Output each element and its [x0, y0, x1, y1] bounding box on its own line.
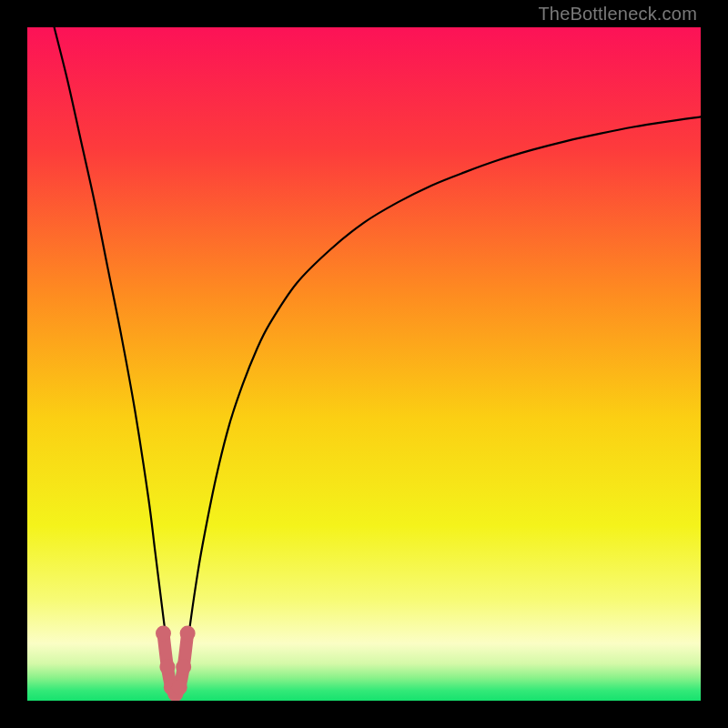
valley-dot: [156, 626, 171, 642]
frame-bottom: [0, 701, 728, 728]
chart-plot-area: [27, 27, 701, 701]
valley-dot: [180, 626, 196, 642]
frame-left: [0, 0, 27, 728]
valley-dot: [176, 660, 191, 675]
frame-right: [701, 0, 728, 728]
bottleneck-chart: [27, 27, 701, 701]
valley-dot: [159, 660, 175, 675]
chart-background: [27, 27, 701, 701]
valley-dot: [172, 680, 187, 695]
frame-top: [0, 0, 728, 27]
